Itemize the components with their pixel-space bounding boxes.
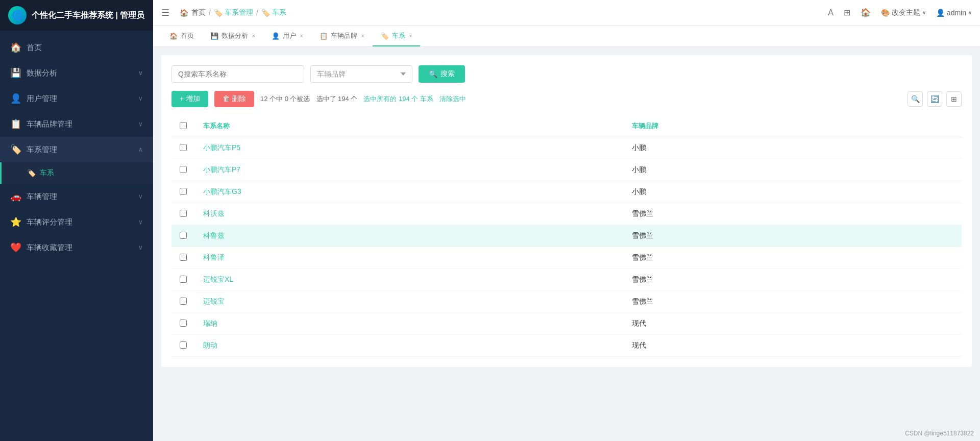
tab-home-label: 首页 [181,31,194,40]
add-button[interactable]: + 增加 [172,91,208,107]
data-table: 车系名称 车辆品牌 小鹏汽车P5 小鹏 [172,115,962,357]
sidebar-item-car-series-label: 车系 [40,168,54,178]
breadcrumb-home-label[interactable]: 首页 [191,8,206,17]
row-name-link[interactable]: 小鹏汽车G3 [203,187,241,195]
sidebar-item-favorites-mgmt[interactable]: ❤️ 车辆收藏管理 ∨ [0,235,153,260]
sidebar-item-brand-mgmt[interactable]: 📋 车辆品牌管理 ∨ [0,111,153,137]
row-checkbox-cell [172,225,195,247]
delete-button[interactable]: 🗑 删除 [214,91,254,107]
theme-label: 改变主题 [892,8,920,17]
breadcrumb-series-mgmt: 🏷️ 车系管理 [214,8,253,17]
tabs-bar: 🏠 首页 💾 数据分析 × 👤 用户 × 📋 车辆品牌 × 🏷️ 车系 × [153,26,980,47]
sidebar-item-rating-mgmt[interactable]: ⭐ 车辆评分管理 ∨ [0,209,153,235]
tab-brand[interactable]: 📋 车辆品牌 × [311,26,373,46]
select-all-checkbox[interactable] [180,122,187,129]
sidebar-item-series-mgmt[interactable]: 🏷️ 车系管理 ∧ [0,137,153,162]
row-checkbox[interactable] [180,276,187,283]
theme-button[interactable]: 🎨 改变主题 ∨ [881,8,926,17]
tab-home[interactable]: 🏠 首页 [161,26,202,46]
breadcrumb-tag-icon-2: 🏷️ [261,9,270,17]
row-brand: 小鹏 [624,137,962,159]
fullscreen-icon[interactable]: ⊞ [844,8,850,17]
tab-brand-close[interactable]: × [361,33,364,39]
row-brand: 雪佛兰 [624,269,962,291]
row-checkbox-cell [172,159,195,181]
row-name-link[interactable]: 科鲁兹 [203,231,225,239]
home-shortcut-icon[interactable]: 🏠 [861,8,871,17]
sidebar-item-data-analysis[interactable]: 💾 数据分析 ∨ [0,60,153,86]
top-header: ☰ 🏠 首页 / 🏷️ 车系管理 / 🏷️ 车系 A ⊞ 🏠 [153,0,980,26]
breadcrumb-series-mgmt-label[interactable]: 车系管理 [225,8,253,17]
row-checkbox[interactable] [180,320,187,327]
data-icon: 💾 [10,67,21,79]
chevron-down-icon-5: ∨ [138,218,143,226]
tab-user-close[interactable]: × [300,33,303,39]
tab-series-label: 车系 [392,31,405,40]
clear-selection-link[interactable]: 清除选中 [439,94,466,104]
row-checkbox-cell [172,247,195,269]
row-name-link[interactable]: 迈锐宝 [203,297,225,305]
table-columns-tool[interactable]: ⊞ [946,91,962,107]
chevron-down-icon-6: ∨ [138,244,143,251]
sidebar-item-vehicle-mgmt[interactable]: 🚗 车辆管理 ∨ [0,184,153,209]
tab-series[interactable]: 🏷️ 车系 × [373,26,421,46]
row-checkbox-cell [172,291,195,313]
hamburger-icon[interactable]: ☰ [161,7,169,18]
table-row: 迈锐宝XL 雪佛兰 [172,269,962,291]
select-all-link[interactable]: 选中所有的 194 个 车系 [363,94,433,104]
row-brand: 现代 [624,335,962,357]
breadcrumb-series-label: 车系 [272,8,286,17]
breadcrumb-sep-2: / [256,9,258,17]
row-name-link[interactable]: 科鲁泽 [203,253,225,261]
row-checkbox[interactable] [180,210,187,217]
sidebar-item-user-mgmt[interactable]: 👤 用户管理 ∨ [0,86,153,111]
tab-user-icon: 👤 [272,32,280,40]
table-row: 科鲁兹 雪佛兰 [172,225,962,247]
brand-select[interactable]: 车辆品牌 小鹏 雪佛兰 现代 [310,65,412,83]
font-size-icon[interactable]: A [828,8,834,17]
row-checkbox[interactable] [180,298,187,305]
tab-data-analysis-icon: 💾 [210,32,218,40]
table-search-tool[interactable]: 🔍 [908,91,923,107]
search-input[interactable] [172,65,304,83]
row-checkbox[interactable] [180,341,187,349]
row-checkbox[interactable] [180,254,187,261]
series-icon: 🏷️ [10,144,21,155]
admin-chevron-icon: ∨ [968,10,972,15]
tab-brand-label: 车辆品牌 [331,31,357,40]
row-name: 科沃兹 [195,203,624,225]
brand-icon: 📋 [10,118,21,130]
breadcrumb-tag-icon-1: 🏷️ [214,9,223,17]
chevron-up-icon: ∧ [138,146,143,153]
favorites-icon: ❤️ [10,242,21,253]
header-checkbox-col [172,115,195,137]
tab-user[interactable]: 👤 用户 × [263,26,311,46]
sidebar-item-data-label: 数据分析 [27,68,57,78]
row-checkbox[interactable] [180,232,187,239]
tab-brand-icon: 📋 [320,32,328,40]
chevron-down-icon-3: ∨ [138,120,143,128]
admin-label: admin [947,9,966,17]
row-name: 迈锐宝XL [195,269,624,291]
row-name-link[interactable]: 科沃兹 [203,209,225,217]
row-name-link[interactable]: 迈锐宝XL [203,275,233,283]
tab-user-label: 用户 [283,31,296,40]
row-checkbox[interactable] [180,144,187,151]
tab-series-close[interactable]: × [409,33,412,39]
breadcrumb-sep-1: / [209,9,211,17]
table-refresh-tool[interactable]: 🔄 [927,91,942,107]
tab-data-analysis[interactable]: 💾 数据分析 × [202,26,263,46]
vehicle-icon: 🚗 [10,191,21,202]
sidebar-item-car-series[interactable]: 🏷️ 车系 [0,162,153,184]
tab-data-analysis-close[interactable]: × [252,33,255,39]
row-checkbox[interactable] [180,166,187,173]
sidebar-item-home[interactable]: 🏠 首页 [0,35,153,60]
sidebar-item-brand-label: 车辆品牌管理 [27,119,72,129]
row-checkbox[interactable] [180,188,187,195]
search-button[interactable]: 🔍 搜索 [419,65,465,83]
admin-button[interactable]: 👤 admin ∨ [936,9,972,17]
row-name-link[interactable]: 朗动 [203,341,217,349]
row-name-link[interactable]: 小鹏汽车P7 [203,165,240,174]
row-name-link[interactable]: 小鹏汽车P5 [203,143,240,152]
row-name-link[interactable]: 瑞纳 [203,319,217,327]
